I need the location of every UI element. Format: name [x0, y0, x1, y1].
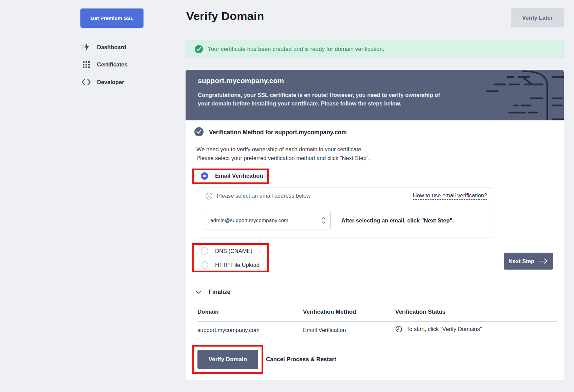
- lightning-icon: [81, 43, 91, 52]
- radio-unselected-icon: [201, 261, 208, 269]
- step-check-icon: [194, 127, 204, 136]
- check-circle-outline-icon: [205, 192, 213, 200]
- row-status-text: To start, click "Verify Domains": [406, 326, 482, 332]
- row-status: To start, click "Verify Domains": [395, 326, 482, 333]
- step-heading: Verification Method for support.mycompan…: [209, 129, 347, 136]
- intro-line-2: Please select your preferred verificatio…: [196, 154, 370, 162]
- finalize-heading: Finalize: [209, 289, 230, 296]
- chevron-up-down-icon: [321, 216, 326, 224]
- next-step-label: Next Step: [509, 258, 534, 264]
- verify-later-button[interactable]: Verify Later: [511, 8, 564, 27]
- email-select-value: admin@support.mycompany.com: [210, 217, 288, 223]
- grid-icon: [81, 60, 91, 69]
- success-banner-text: Your certificate has been created and is…: [208, 46, 384, 53]
- step-intro: We need you to verify ownership of each …: [196, 145, 370, 162]
- verification-card: Verification Method for support.mycompan…: [186, 120, 564, 380]
- success-banner: Your certificate has been created and is…: [186, 40, 564, 58]
- sidebar-item-label: Certificates: [97, 61, 128, 68]
- chevron-down-icon: [196, 291, 201, 294]
- domain-name: support.mycompany.com: [198, 77, 284, 85]
- arrow-right-icon: [539, 258, 548, 264]
- radio-http-file-upload[interactable]: HTTP File Upload: [201, 261, 260, 269]
- column-header-status: Verification Status: [395, 309, 445, 315]
- radio-email-verification[interactable]: Email Verification: [201, 172, 263, 180]
- email-panel-prompt: Please select an email address below: [217, 193, 310, 199]
- get-premium-ssl-button[interactable]: Get Premium SSL: [80, 8, 144, 28]
- radio-selected-icon: [201, 172, 208, 180]
- radio-label: Email Verification: [215, 173, 263, 179]
- email-help-link[interactable]: How to use email verification?: [413, 192, 487, 200]
- next-step-button[interactable]: Next Step: [504, 253, 553, 270]
- cancel-process-link[interactable]: Cancel Process & Restart: [266, 356, 336, 363]
- sidebar-item-developer[interactable]: Developer: [81, 77, 156, 87]
- check-circle-icon: [195, 45, 203, 53]
- section-divider: [186, 281, 564, 281]
- sidebar-item-label: Dashboard: [97, 44, 126, 51]
- radio-unselected-icon: [201, 247, 208, 255]
- table-divider: [197, 321, 557, 322]
- radio-dns-cname[interactable]: DNS (CNAME): [201, 247, 252, 255]
- domain-summary-card: support.mycompany.com Congratulations, y…: [186, 70, 564, 120]
- domain-card-description: Congratulations, your SSL certificate is…: [198, 91, 440, 108]
- intro-line-1: We need you to verify ownership of each …: [196, 145, 370, 154]
- code-icon: [81, 78, 91, 86]
- email-selection-panel: Please select an email address below How…: [197, 188, 494, 237]
- sidebar-item-dashboard[interactable]: Dashboard: [81, 42, 156, 52]
- column-header-domain: Domain: [197, 309, 218, 315]
- clock-icon: [395, 326, 402, 333]
- finalize-section-toggle[interactable]: Finalize: [196, 289, 230, 296]
- email-select-hint: After selecting an email, click "Next St…: [341, 217, 454, 224]
- row-method-link[interactable]: Email Verification: [303, 327, 346, 334]
- verify-domain-button[interactable]: Verify Domain: [197, 350, 258, 369]
- radio-label: DNS (CNAME): [215, 248, 252, 254]
- email-panel-body: admin@support.mycompany.com After select…: [197, 204, 494, 237]
- email-select[interactable]: admin@support.mycompany.com: [204, 211, 331, 230]
- verify-domain-page: Get Premium SSL Dashboard Certificates: [0, 0, 574, 392]
- column-header-method: Verification Method: [303, 309, 356, 315]
- row-domain: support.mycompany.com: [197, 327, 260, 333]
- circuit-illustration: [476, 70, 564, 120]
- radio-label: HTTP File Upload: [215, 262, 260, 268]
- sidebar-item-certificates[interactable]: Certificates: [81, 59, 156, 70]
- page-title: Verify Domain: [186, 9, 264, 23]
- sidebar-item-label: Developer: [97, 79, 124, 85]
